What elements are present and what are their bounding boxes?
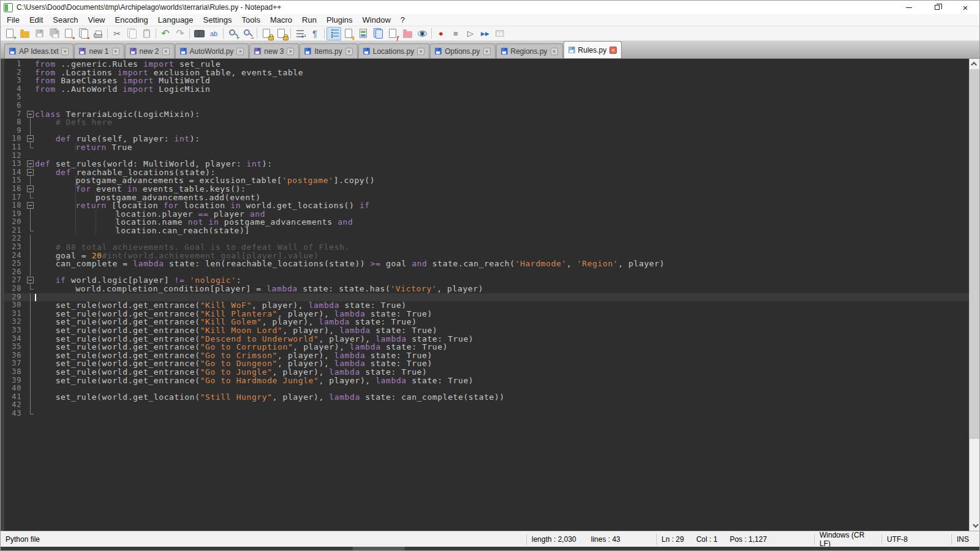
tab-close-icon[interactable]: × <box>236 48 244 55</box>
menu-tools[interactable]: Tools <box>237 14 265 26</box>
code-line-8[interactable]: 8# Defs here <box>4 118 969 127</box>
fold-collapse-box[interactable]: – <box>25 276 35 285</box>
tab-regions-py[interactable]: Regions.py× <box>496 43 563 58</box>
code-line-21[interactable]: 21location.can_reach(state)] <box>4 227 969 235</box>
fold-collapse-box[interactable]: – <box>25 185 35 193</box>
scrollbar-thumb[interactable] <box>970 69 979 439</box>
zoom-out-icon[interactable]: − <box>240 27 255 40</box>
paste-icon[interactable] <box>139 27 154 40</box>
menu-plugins[interactable]: Plugins <box>322 14 358 26</box>
word-wrap-icon[interactable]: ↵ <box>293 27 307 40</box>
menu-edit[interactable]: Edit <box>24 14 48 26</box>
code-line-41[interactable]: 41set_rule(world.get_location("Still Hun… <box>4 393 969 402</box>
code-line-36[interactable]: 36set_rule(world.get_entrance("Go to Cri… <box>4 351 969 360</box>
indent-guide-icon[interactable] <box>326 27 341 40</box>
close-all-icon[interactable]: ● <box>76 27 91 40</box>
tab-new-3[interactable]: new 3× <box>249 43 299 58</box>
code-line-30[interactable]: 30set_rule(world.get_entrance("Kill WoF"… <box>4 301 969 310</box>
code-line-24[interactable]: 24goal = 20#int(world.achievement_goal[p… <box>4 252 969 260</box>
tab-rules-py[interactable]: Rules.py× <box>564 41 622 58</box>
code-line-28[interactable]: 28world.completion_condition[player] = l… <box>4 285 969 293</box>
tab-close-icon[interactable]: × <box>345 48 353 55</box>
minimize-button[interactable] <box>895 1 923 14</box>
tab-close-icon[interactable]: × <box>417 48 424 55</box>
code-line-11[interactable]: 11return True <box>4 143 969 152</box>
macro-play-icon[interactable]: ▷ <box>463 27 478 40</box>
scroll-down-button[interactable] <box>970 520 979 531</box>
tab-close-icon[interactable]: × <box>551 48 558 55</box>
macro-run-multiple-icon[interactable]: ▶▶ <box>478 27 492 40</box>
replace-icon[interactable]: ab <box>206 27 221 40</box>
new-file-icon[interactable]: + <box>2 27 17 40</box>
code-line-37[interactable]: 37set_rule(world.get_entrance("Go to Dun… <box>4 359 969 368</box>
undo-icon[interactable]: ↶ <box>158 27 173 40</box>
folder-workspace-icon[interactable] <box>400 27 415 40</box>
tab-ap-ideas-txt[interactable]: AP Ideas.txt× <box>4 43 74 58</box>
fold-collapse-box[interactable]: – <box>25 168 35 177</box>
tab-close-icon[interactable]: × <box>61 48 69 55</box>
show-all-chars-icon[interactable]: ¶ <box>307 27 322 40</box>
tab-close-icon[interactable]: × <box>112 48 119 55</box>
code-line-19[interactable]: 19location.player == player and <box>4 210 969 219</box>
code-line-2[interactable]: 2from .Locations import exclusion_table,… <box>4 69 969 77</box>
tab-autoworld-py[interactable]: AutoWorld.py× <box>175 43 249 58</box>
save-all-icon[interactable] <box>47 27 61 40</box>
sync-horizontal-scroll-icon[interactable] <box>274 27 288 40</box>
tab-close-icon[interactable]: × <box>162 48 170 55</box>
code-line-4[interactable]: 4from ..AutoWorld import LogicMixin <box>4 85 969 94</box>
code-line-1[interactable]: 1from ..generic.Rules import set_rule <box>4 60 969 69</box>
fold-collapse-box[interactable]: – <box>25 135 35 143</box>
menu-encoding[interactable]: Encoding <box>110 14 153 26</box>
code-line-23[interactable]: 23# 88 total achievements. Goal is to de… <box>4 243 969 252</box>
vertical-scrollbar[interactable] <box>969 59 979 531</box>
doc-map-icon[interactable] <box>356 27 371 40</box>
fold-collapse-box[interactable]: – <box>25 160 35 168</box>
tab-new-2[interactable]: new 2× <box>125 43 175 58</box>
code-line-35[interactable]: 35set_rule(world.get_entrance("Go to Cor… <box>4 343 969 351</box>
close-button[interactable]: × <box>951 1 979 14</box>
tab-close-icon[interactable]: × <box>609 47 617 54</box>
menu-settings[interactable]: Settings <box>198 14 237 26</box>
menu-view[interactable]: View <box>83 14 110 26</box>
tab-close-icon[interactable]: × <box>483 48 491 55</box>
tab-options-py[interactable]: Options.py× <box>430 43 495 58</box>
code-line-25[interactable]: 25can_complete = lambda state: len(reach… <box>4 260 969 268</box>
code-line-12[interactable]: 12 <box>4 152 969 160</box>
doc-switcher-icon[interactable] <box>371 27 385 40</box>
code-line-18[interactable]: 18–return [location for location in worl… <box>4 201 969 210</box>
code-line-27[interactable]: 27–if world.logic[player] != 'nologic': <box>4 276 969 285</box>
code-line-14[interactable]: 14–def reachable_locations(state): <box>4 168 969 177</box>
code-line-22[interactable]: 22 <box>4 234 969 243</box>
monitoring-icon[interactable] <box>415 27 429 40</box>
macro-record-icon[interactable]: ● <box>434 27 448 40</box>
scroll-up-button[interactable] <box>970 59 979 69</box>
code-line-20[interactable]: 20location.name not in postgame_advancem… <box>4 218 969 227</box>
code-line-6[interactable]: 6 <box>4 102 969 110</box>
tab-items-py[interactable]: Items.py× <box>300 43 357 58</box>
editor[interactable]: 1from ..generic.Rules import set_rule2fr… <box>1 58 979 531</box>
code-line-43[interactable]: 43 <box>4 410 969 418</box>
save-icon[interactable] <box>32 27 47 40</box>
menu-run[interactable]: Run <box>297 14 322 26</box>
open-file-icon[interactable] <box>17 27 32 40</box>
code-line-15[interactable]: 15postgame_advancements = exclusion_tabl… <box>4 176 969 185</box>
code-line-17[interactable]: 17postgame_advancements.add(event) <box>4 193 969 202</box>
code-line-16[interactable]: 16–for event in events_table.keys(): <box>4 185 969 193</box>
tab-close-icon[interactable]: × <box>287 48 294 55</box>
code-line-3[interactable]: 3from BaseClasses import MultiWorld <box>4 77 969 85</box>
copy-icon[interactable] <box>124 27 139 40</box>
find-icon[interactable] <box>192 27 206 40</box>
code-line-40[interactable]: 40 <box>4 384 969 393</box>
menu-search[interactable]: Search <box>48 14 83 26</box>
restore-button[interactable] <box>923 1 951 14</box>
udl-icon[interactable]: ↯ <box>341 27 356 40</box>
macro-stop-icon[interactable]: ■ <box>448 27 463 40</box>
code-line-39[interactable]: 39set_rule(world.get_entrance("Go to Har… <box>4 377 969 385</box>
menu-file[interactable]: File <box>2 14 24 26</box>
print-icon[interactable] <box>91 27 105 40</box>
code-line-33[interactable]: 33set_rule(world.get_entrance("Kill Moon… <box>4 326 969 335</box>
tab-new-1[interactable]: new 1× <box>74 43 124 58</box>
code-line-13[interactable]: 13–def set_rules(world: MultiWorld, play… <box>4 160 969 168</box>
code-line-5[interactable]: 5 <box>4 93 969 102</box>
code-line-10[interactable]: 10–def rule(self, player: int): <box>4 135 969 143</box>
